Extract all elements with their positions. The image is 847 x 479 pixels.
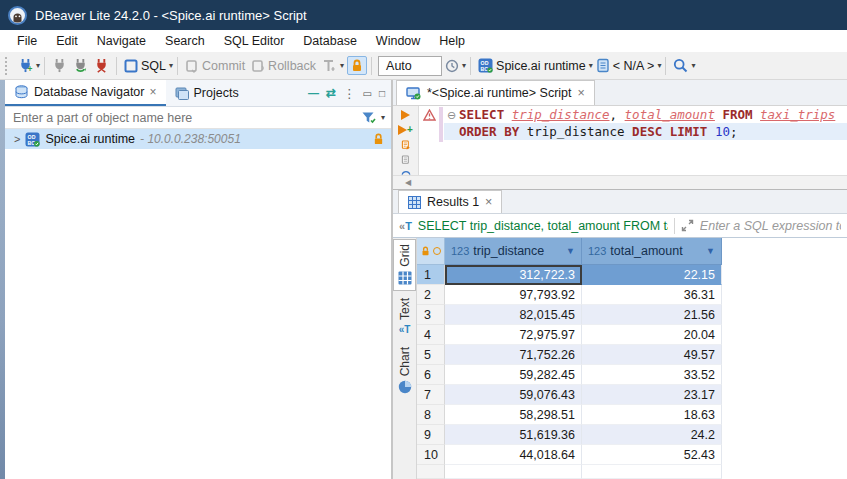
execute-script-button[interactable] (399, 140, 413, 150)
table-row[interactable]: 10 44,018.64 52.43 (417, 445, 847, 465)
grid-corner-cell[interactable] (417, 238, 445, 265)
menu-item-file[interactable]: File (8, 32, 47, 50)
menu-item-search[interactable]: Search (156, 32, 215, 50)
tab-script-editor[interactable]: *<Spice.ai runtime> Script × (396, 80, 595, 105)
table-row[interactable]: 3 82,015.45 21.56 (417, 305, 847, 325)
grid-cell[interactable]: 51,619.36 (445, 425, 582, 445)
sql-line-1[interactable]: ⊖SELECT trip_distance, total_amount FROM… (444, 106, 847, 123)
expand-chevron-icon[interactable]: > (14, 133, 20, 145)
execute-statement-button[interactable] (401, 110, 410, 120)
menu-item-window[interactable]: Window (367, 32, 430, 50)
row-number[interactable]: 6 (417, 365, 445, 385)
grid-cell[interactable]: 23.17 (582, 385, 722, 405)
transaction-caret[interactable]: ▾ (340, 62, 344, 70)
grid-cell[interactable]: 58,298.51 (445, 405, 582, 425)
tab-grid-view[interactable]: Grid (393, 239, 416, 291)
reconnect-button[interactable] (70, 56, 91, 75)
rollback-button[interactable]: Rollback (248, 57, 319, 75)
transaction-history-button[interactable] (442, 57, 462, 75)
active-connection-selector[interactable]: ODBC Spice.ai runtime (475, 56, 589, 75)
close-icon[interactable]: × (578, 86, 585, 100)
sql-column-link[interactable]: total_amount (625, 107, 715, 122)
expand-filter-icon[interactable] (681, 219, 694, 232)
editor-horizontal-scrollbar[interactable]: ◀ (393, 175, 847, 189)
row-number[interactable]: 5 (417, 345, 445, 365)
collapse-all-icon[interactable]: — (308, 87, 319, 99)
table-row[interactable]: 6 59,282.45 33.52 (417, 365, 847, 385)
sql-column-link[interactable]: trip_distance (512, 107, 610, 122)
grid-cell[interactable]: 59,076.43 (445, 385, 582, 405)
toolbar-drag-handle[interactable] (5, 57, 12, 75)
menu-item-help[interactable]: Help (430, 32, 475, 50)
row-number[interactable]: 1 (417, 265, 445, 285)
row-number[interactable]: 7 (417, 385, 445, 405)
grid-cell[interactable]: 33.52 (582, 365, 722, 385)
row-number[interactable]: 8 (417, 405, 445, 425)
table-row[interactable]: 1 312,722.3 22.15 (417, 265, 847, 285)
search-caret[interactable]: ▾ (691, 62, 695, 70)
filter-icon[interactable] (361, 111, 377, 125)
table-row[interactable]: 9 51,619.36 24.2 (417, 425, 847, 445)
menu-item-navigate[interactable]: Navigate (88, 32, 156, 50)
row-number[interactable]: 10 (417, 445, 445, 465)
maximize-view-icon[interactable]: □ (379, 88, 385, 99)
filter-caret[interactable]: ▾ (381, 114, 385, 122)
table-row[interactable]: 7 59,076.43 23.17 (417, 385, 847, 405)
grid-cell[interactable]: 44,018.64 (445, 445, 582, 465)
close-icon[interactable]: × (485, 195, 492, 209)
new-connection-caret[interactable]: ▾ (36, 62, 40, 70)
results-filter-bar[interactable]: «T SELECT trip_distance, total_amount FR… (393, 214, 847, 238)
sql-editor-caret[interactable]: ▾ (169, 62, 173, 70)
transaction-history-caret[interactable]: ▾ (462, 62, 466, 70)
grid-cell[interactable]: 21.56 (582, 305, 722, 325)
sql-code-area[interactable]: ⊖SELECT trip_distance, total_amount FROM… (444, 106, 847, 175)
table-row[interactable]: 5 71,752.26 49.57 (417, 345, 847, 365)
grid-cell[interactable]: 22.15 (582, 265, 722, 285)
grid-cell[interactable]: 52.43 (582, 445, 722, 465)
grid-cell[interactable]: 97,793.92 (445, 285, 582, 305)
grid-cell[interactable]: 24.2 (582, 425, 722, 445)
search-button[interactable] (670, 56, 691, 75)
row-number[interactable]: 4 (417, 325, 445, 345)
connection-tree-item[interactable]: > ODBC Spice.ai runtime - 10.0.0.238:500… (5, 129, 391, 149)
menu-item-edit[interactable]: Edit (47, 32, 88, 50)
scroll-left-arrow-icon[interactable]: ◀ (405, 178, 411, 187)
link-with-editor-icon[interactable]: ⇄ (326, 86, 336, 100)
grid-cell[interactable]: 20.04 (582, 325, 722, 345)
sort-icon[interactable]: ▼ (706, 246, 715, 256)
view-menu-icon[interactable]: ⋮ (343, 86, 356, 101)
column-header-total-amount[interactable]: 123 total_amount ▼ (582, 238, 722, 265)
close-icon[interactable]: × (149, 85, 156, 99)
table-row[interactable]: 4 72,975.97 20.04 (417, 325, 847, 345)
tab-results-1[interactable]: Results 1 × (398, 190, 502, 213)
explain-plan-button[interactable] (399, 155, 413, 165)
commit-button[interactable]: Commit (182, 57, 248, 75)
grid-cell[interactable]: 312,722.3 (445, 265, 582, 285)
connection-lock-toggle[interactable] (347, 56, 367, 75)
grid-cell[interactable]: 72,975.97 (445, 325, 582, 345)
sort-desc-icon[interactable]: ▼ (566, 246, 575, 256)
execute-new-tab-button[interactable]: + (398, 125, 413, 135)
tab-text-view[interactable]: Text «T (393, 294, 416, 340)
table-row[interactable]: 2 97,793.92 36.31 (417, 285, 847, 305)
tab-database-navigator[interactable]: Database Navigator × (5, 80, 166, 106)
autocommit-combo[interactable]: Auto (378, 56, 442, 76)
sql-line-2[interactable]: ORDER BY trip_distance DESC LIMIT 10; (444, 123, 847, 140)
tab-projects[interactable]: Projects (166, 80, 248, 106)
connect-button[interactable] (49, 56, 70, 75)
new-connection-button[interactable]: + (15, 56, 36, 75)
row-number[interactable]: 9 (417, 425, 445, 445)
disconnect-button[interactable] (91, 56, 112, 75)
sql-editor-button[interactable]: SQL (121, 57, 169, 75)
grid-cell[interactable]: 82,015.45 (445, 305, 582, 325)
grid-cell[interactable]: 59,282.45 (445, 365, 582, 385)
tab-chart-view[interactable]: Chart (393, 343, 416, 399)
transaction-log-button[interactable] (319, 57, 340, 75)
active-database-selector[interactable]: < N/A > (593, 56, 658, 75)
sql-table-link[interactable]: taxi_trips (760, 107, 835, 122)
menu-item-database[interactable]: Database (294, 32, 367, 50)
table-row[interactable]: 8 58,298.51 18.63 (417, 405, 847, 425)
grid-cell[interactable]: 36.31 (582, 285, 722, 305)
fold-collapse-icon[interactable]: ⊖ (444, 107, 459, 124)
active-database-caret[interactable]: ▾ (657, 62, 661, 70)
